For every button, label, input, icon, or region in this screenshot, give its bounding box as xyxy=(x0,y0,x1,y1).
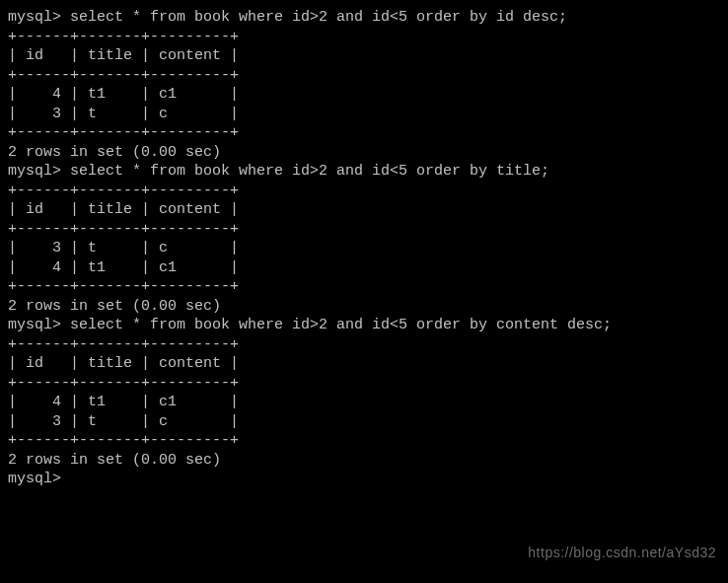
table-separator: +------+-------+---------+ xyxy=(8,277,720,297)
table-separator: +------+-------+---------+ xyxy=(8,66,720,86)
table-row: | 4 | t1 | c1 | xyxy=(8,85,720,105)
table-header: | id | title | content | xyxy=(8,354,720,374)
table-separator: +------+-------+---------+ xyxy=(8,123,720,143)
terminal-output: mysql> select * from book where id>2 and… xyxy=(8,8,720,489)
table-separator: +------+-------+---------+ xyxy=(8,431,720,451)
table-row: | 4 | t1 | c1 | xyxy=(8,258,720,278)
table-header: | id | title | content | xyxy=(8,200,720,220)
sql-prompt-line[interactable]: mysql> select * from book where id>2 and… xyxy=(8,8,720,28)
table-header: | id | title | content | xyxy=(8,46,720,66)
table-separator: +------+-------+---------+ xyxy=(8,28,720,47)
watermark-text: https://blog.csdn.net/aYsd32 xyxy=(528,544,716,561)
result-footer: 2 rows in set (0.00 sec) xyxy=(8,451,720,471)
table-separator: +------+-------+---------+ xyxy=(8,335,720,355)
table-row: | 3 | t | c | xyxy=(8,412,720,432)
table-row: | 4 | t1 | c1 | xyxy=(8,393,720,412)
table-separator: +------+-------+---------+ xyxy=(8,374,720,394)
sql-prompt-line[interactable]: mysql> select * from book where id>2 and… xyxy=(8,162,720,182)
table-row: | 3 | t | c | xyxy=(8,105,720,124)
result-footer: 2 rows in set (0.00 sec) xyxy=(8,297,720,317)
table-row: | 3 | t | c | xyxy=(8,239,720,258)
sql-prompt-empty[interactable]: mysql> xyxy=(8,470,720,489)
table-separator: +------+-------+---------+ xyxy=(8,182,720,201)
result-footer: 2 rows in set (0.00 sec) xyxy=(8,143,720,163)
table-separator: +------+-------+---------+ xyxy=(8,220,720,240)
sql-prompt-line[interactable]: mysql> select * from book where id>2 and… xyxy=(8,316,720,335)
